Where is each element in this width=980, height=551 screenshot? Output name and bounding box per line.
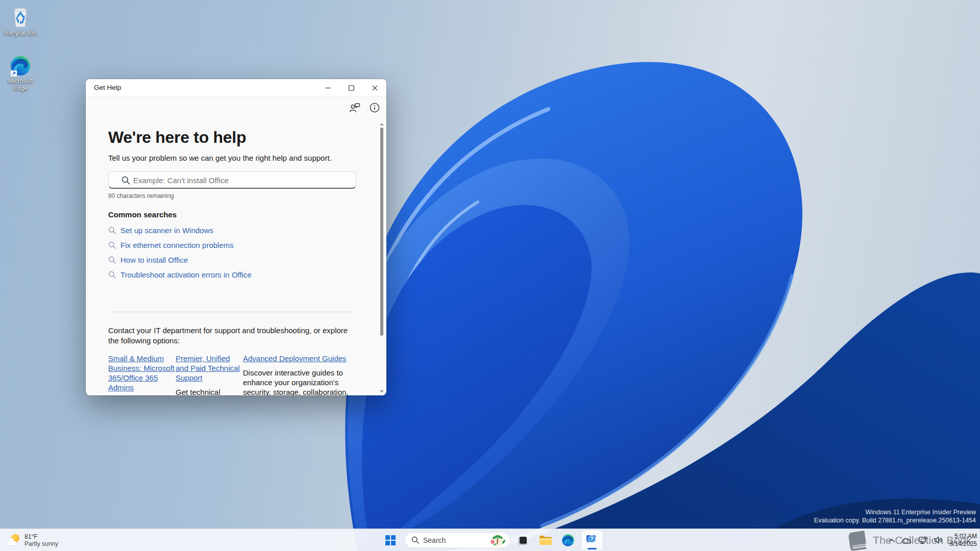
tray-time: 5:02 AM: [950, 533, 977, 540]
search-highlight-art: [488, 534, 507, 547]
search-icon: [108, 271, 116, 279]
search-icon: [121, 176, 130, 185]
premier-support-link[interactable]: Premier, Unified and Paid Technical Supp…: [176, 354, 240, 382]
task-view-icon: [517, 533, 530, 548]
scrollbar-track[interactable]: [379, 121, 385, 394]
common-search-link-install-office[interactable]: How to install Office: [108, 253, 252, 267]
divider: [108, 312, 356, 312]
premier-support-desc: Get technical: [176, 387, 243, 395]
watermark-line1: Windows 11 Enterprise Insider Preview: [814, 508, 976, 516]
scroll-down-arrow[interactable]: [379, 388, 385, 394]
weather-condition: Partly sunny: [24, 540, 58, 547]
titlebar[interactable]: Get Help: [86, 79, 386, 97]
scroll-up-arrow[interactable]: [379, 121, 385, 127]
search-icon: [108, 256, 116, 264]
scrollbar-thumb[interactable]: [380, 128, 383, 336]
deployment-guides-link[interactable]: Advanced Deployment Guides: [243, 354, 347, 363]
info-icon[interactable]: [369, 102, 380, 113]
partly-sunny-icon: [7, 534, 20, 547]
desktop: { "desktop": { "icons": [ {"label": "Rec…: [0, 0, 980, 551]
search-icon: [108, 241, 116, 249]
option-column-premier: Premier, Unified and Paid Technical Supp…: [176, 354, 243, 395]
desktop-icon-recycle-bin[interactable]: Recycle Bin: [0, 6, 45, 37]
clock-tray[interactable]: 5:02 AM 6/14/2025: [950, 533, 977, 548]
problem-search-input[interactable]: [132, 173, 352, 187]
active-app-indicator: [587, 548, 597, 549]
get-help-icon: ?: [585, 534, 599, 546]
common-search-link-activation[interactable]: Troubleshoot activation errors in Office: [108, 267, 252, 282]
question-badge: ?: [588, 535, 596, 543]
watermark-line2: Evaluation copy. Build 27881.rs_prerelea…: [814, 516, 976, 524]
taskbar-search-box[interactable]: Search: [405, 533, 510, 548]
hidden-icons-chevron[interactable]: [889, 538, 895, 542]
desktop-icon-microsoft-edge[interactable]: Microsoft Edge: [0, 55, 45, 92]
maximize-button[interactable]: [339, 79, 363, 96]
start-button[interactable]: [380, 531, 401, 550]
smb-admins-link[interactable]: Small & Medium Business: Microsoft 365/O…: [108, 354, 175, 392]
onedrive-cloud-icon[interactable]: [901, 537, 912, 544]
taskbar-search-placeholder: Search: [423, 536, 484, 544]
search-icon: [411, 536, 419, 544]
get-help-window: Get Help: [86, 79, 386, 395]
network-icon[interactable]: [918, 536, 927, 544]
tray-date: 6/14/2025: [950, 540, 977, 548]
problem-search-box[interactable]: [108, 171, 356, 189]
characters-remaining: 80 characters remaining: [108, 192, 174, 199]
minimize-button[interactable]: [316, 79, 339, 96]
desktop-icon-label: Recycle Bin: [0, 30, 45, 37]
weather-temp: 81°F: [24, 533, 58, 540]
option-column-smb: Small & Medium Business: Microsoft 365/O…: [108, 354, 176, 395]
common-searches-heading: Common searches: [108, 210, 177, 219]
weather-widget[interactable]: 81°F Partly sunny: [7, 529, 58, 551]
close-button[interactable]: [363, 79, 386, 96]
edge-browser-button[interactable]: [559, 531, 577, 550]
window-title: Get Help: [94, 79, 121, 96]
option-column-deployment: Advanced Deployment Guides Discover inte…: [243, 354, 358, 395]
common-search-link-ethernet[interactable]: Fix ethernet connection problems: [108, 238, 252, 253]
edge-icon: [561, 534, 575, 547]
windows-logo-icon: [385, 535, 396, 545]
common-search-link-scanner[interactable]: Set up scanner in Windows: [108, 223, 252, 238]
page-title: We're here to help: [108, 128, 246, 147]
minimize-icon: [325, 85, 331, 91]
contact-intro-text: Contact your IT department for support a…: [108, 325, 349, 346]
edge-icon: [10, 55, 31, 77]
folder-icon: [539, 535, 552, 546]
recycle-bin-icon: [10, 6, 31, 29]
close-icon: [372, 85, 378, 91]
contact-support-icon[interactable]: [349, 102, 361, 113]
task-view-button[interactable]: [514, 531, 532, 550]
desktop-icon-label: Microsoft Edge: [3, 78, 38, 92]
maximize-icon: [349, 85, 354, 91]
volume-icon[interactable]: [934, 536, 943, 544]
shortcut-arrow-icon: [11, 70, 17, 77]
get-help-taskbar-button[interactable]: ?: [581, 530, 603, 550]
deployment-guides-desc: Discover interactive guides to enhance y…: [243, 368, 358, 395]
search-icon: [108, 227, 116, 234]
file-explorer-button[interactable]: [536, 531, 555, 550]
page-subtitle: Tell us your problem so we can get you t…: [108, 154, 332, 162]
evaluation-watermark: Windows 11 Enterprise Insider Preview Ev…: [814, 508, 976, 524]
book-icon: [846, 529, 870, 551]
taskbar: 81°F Partly sunny Search: [0, 529, 980, 551]
